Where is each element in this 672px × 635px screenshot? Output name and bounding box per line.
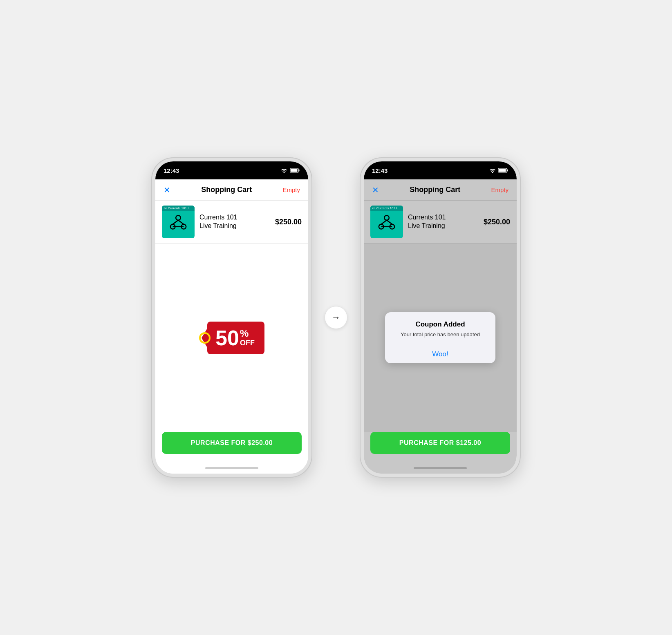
currents-logo-after (376, 212, 397, 232)
phone-before: 12:43 ✕ Shopping Cart Empty (152, 158, 311, 477)
svg-rect-2 (291, 169, 298, 172)
time-after: 12:43 (372, 167, 388, 174)
screen-body-after: Coupon Added Your total price has been u… (364, 244, 517, 432)
home-indicator-before (155, 462, 308, 474)
alert-confirm-button[interactable]: Woo! (385, 345, 495, 363)
empty-button-before[interactable]: Empty (282, 186, 300, 193)
arrow-icon: → (332, 312, 340, 323)
alert-message: Your total price has been updated (392, 331, 489, 338)
svg-rect-10 (507, 170, 508, 172)
discount-off: % OFF (240, 328, 255, 347)
battery-icon-after (498, 168, 508, 173)
notch-before (203, 161, 260, 174)
item-price-before: $250.00 (275, 218, 302, 226)
tag-ring (199, 332, 211, 344)
currents-logo-before (168, 212, 188, 232)
screen-after: ✕ Shopping Cart Empty ze Currents 101 Li… (364, 179, 517, 474)
transition-arrow: → (325, 306, 347, 329)
svg-line-15 (381, 220, 387, 224)
status-bar-after: 12:43 (364, 161, 517, 179)
alert-title: Coupon Added (392, 320, 489, 329)
item-info-before: Currents 101Live Training (195, 213, 275, 230)
battery-icon-before (290, 168, 300, 173)
item-image-label-before: ze Currents 101 Live Traini (162, 206, 195, 211)
wifi-icon-after (489, 168, 496, 173)
tag-shape: 50 % OFF (207, 322, 264, 354)
svg-rect-1 (299, 170, 300, 172)
svg-line-16 (387, 220, 392, 224)
screen-before: ✕ Shopping Cart Empty ze Currents 101 Li… (155, 179, 308, 474)
phone-after: 12:43 ✕ Shopping Cart Empty (361, 158, 520, 477)
percent-sign: % (240, 328, 255, 339)
svg-line-7 (178, 220, 184, 224)
page-title-before: Shopping Cart (201, 186, 252, 194)
status-icons-before (281, 168, 300, 173)
cart-item-before: ze Currents 101 Live Traini Currents 101… (155, 201, 308, 244)
home-indicator-after (364, 462, 517, 474)
notch-after (412, 161, 469, 174)
item-image-label-after: ze Currents 101 Live Traini (370, 206, 403, 211)
svg-rect-11 (499, 169, 506, 172)
wifi-icon-before (281, 168, 287, 173)
coupon-tag: 50 % OFF (199, 322, 264, 354)
alert-overlay: Coupon Added Your total price has been u… (364, 244, 517, 432)
nav-bar-after: ✕ Shopping Cart Empty (364, 179, 517, 201)
svg-point-12 (384, 215, 389, 220)
svg-point-3 (176, 215, 181, 220)
item-info-after: Currents 101Live Training (403, 213, 484, 230)
close-button-after[interactable]: ✕ (372, 185, 379, 195)
page-title-after: Shopping Cart (410, 186, 460, 194)
svg-line-6 (173, 220, 178, 224)
discount-percent: 50 (215, 327, 239, 349)
screen-body-before: 50 % OFF (155, 244, 308, 432)
item-image-before: ze Currents 101 Live Traini (162, 206, 195, 238)
item-price-after: $250.00 (484, 218, 510, 226)
time-before: 12:43 (164, 167, 179, 174)
home-bar-before (205, 467, 258, 469)
item-image-after: ze Currents 101 Live Traini (370, 206, 403, 238)
purchase-button-before[interactable]: PURCHASE FOR $250.00 (162, 432, 302, 454)
status-bar-before: 12:43 (155, 161, 308, 179)
close-button-before[interactable]: ✕ (164, 185, 170, 195)
status-icons-after (489, 168, 508, 173)
purchase-button-after[interactable]: PURCHASE FOR $125.00 (370, 432, 510, 454)
scene: 12:43 ✕ Shopping Cart Empty (152, 158, 520, 477)
item-name-after: Currents 101Live Training (408, 213, 479, 230)
cart-item-after: ze Currents 101 Live Traini Currents 101… (364, 201, 517, 244)
home-bar-after (414, 467, 467, 469)
item-name-before: Currents 101Live Training (199, 213, 270, 230)
alert-dialog: Coupon Added Your total price has been u… (385, 312, 495, 363)
alert-actions: Woo! (385, 345, 495, 363)
nav-bar-before: ✕ Shopping Cart Empty (155, 179, 308, 201)
off-label: OFF (240, 339, 255, 347)
alert-content: Coupon Added Your total price has been u… (385, 312, 495, 345)
empty-button-after[interactable]: Empty (491, 186, 508, 193)
